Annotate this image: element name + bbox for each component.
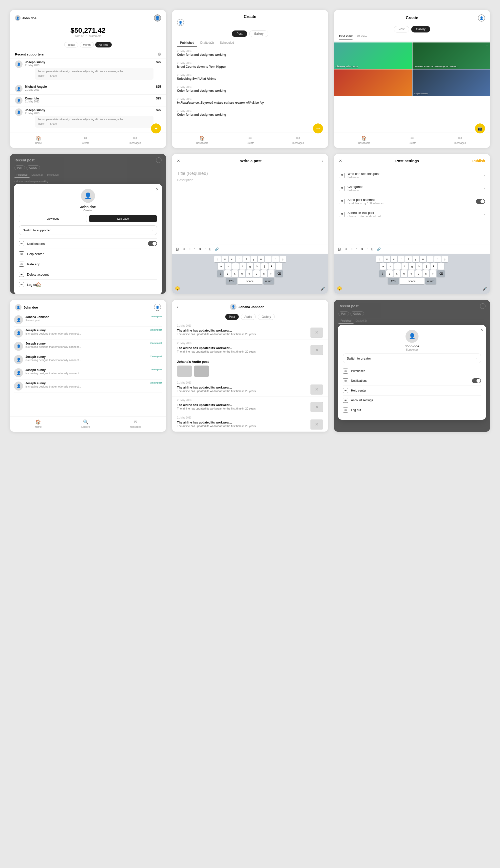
type-audio-8[interactable]: Audio (241, 314, 256, 320)
nav-messages-1[interactable]: ✉messages (129, 136, 141, 144)
profile-icon[interactable]: 👤 (154, 14, 161, 22)
key-a-6[interactable]: a (380, 263, 386, 269)
profile-icon-3[interactable]: 👤 (478, 14, 485, 22)
share-btn-1[interactable]: Share (50, 74, 57, 78)
reply-btn-4[interactable]: Reply (38, 122, 45, 126)
key-x[interactable]: x (231, 270, 238, 277)
key-d[interactable]: d (232, 263, 239, 269)
key-w-6[interactable]: w (384, 256, 390, 262)
supporter-notif-toggle[interactable] (472, 378, 481, 383)
key-w[interactable]: w (221, 256, 228, 262)
key-c-6[interactable]: c (401, 270, 407, 277)
tool-list-6[interactable]: ≡ (350, 247, 353, 252)
switch-to-supporter-btn[interactable]: Switch to supporter › (19, 225, 157, 235)
key-p-6[interactable]: p (442, 256, 448, 262)
supporter-modal-close[interactable]: × (480, 327, 483, 333)
tab-alltime[interactable]: All Time (95, 42, 112, 47)
key-123[interactable]: 123 (226, 278, 237, 284)
supporter-menu-notifications[interactable]: ✉ Notifications (343, 376, 481, 385)
nav-home-7[interactable]: 🏠Home (35, 419, 42, 428)
key-o[interactable]: o (272, 256, 279, 262)
tool-bold-5[interactable]: B (198, 247, 202, 252)
gallery-item-2[interactable]: ··· Découvrir les îles de Guadeloupe en … (412, 43, 490, 69)
key-y-6[interactable]: y (412, 256, 419, 262)
key-d-6[interactable]: d (394, 263, 401, 269)
tool-list-5[interactable]: ≡ (188, 247, 192, 252)
tool-image-5[interactable]: 🖼 (175, 247, 180, 252)
key-shift-6[interactable]: ⇧ (379, 270, 386, 277)
post-desc-field[interactable]: Description (177, 178, 323, 182)
key-i[interactable]: i (265, 256, 272, 262)
fab-camera-button[interactable]: 📷 (475, 124, 485, 134)
msg-item-4[interactable]: 👤 Joseph sunny is creating designs that … (14, 353, 162, 366)
nav-home-1[interactable]: 🏠Home (35, 136, 42, 144)
supporter-menu-logout[interactable]: ✉ Log out (343, 405, 481, 415)
supporter-menu-settings[interactable]: ✉ Account settings (343, 395, 481, 405)
feed-more-post-2[interactable]: 21 May 2023 The airline has updated its … (172, 397, 328, 414)
feed-more-post-3[interactable]: 21 May 2023 The airline has updated its … (172, 414, 328, 432)
tab-today[interactable]: Today (64, 42, 78, 47)
key-t-6[interactable]: t (405, 256, 412, 262)
key-return[interactable]: return (263, 278, 274, 284)
key-g-6[interactable]: g (409, 263, 415, 269)
feed-post-2[interactable]: 21 May 2023 The airline has updated its … (172, 340, 328, 357)
emoji-btn-6[interactable]: 😊 (337, 286, 342, 291)
fab-edit-button[interactable]: ✏ (313, 124, 323, 134)
key-f[interactable]: f (239, 263, 246, 269)
post-item-2-4[interactable]: 21 May 2023 Color for brand designers wo… (177, 83, 323, 95)
tool-image-6[interactable]: 🖼 (337, 247, 342, 252)
post-item-2-2[interactable]: 21 May 2023 Israel Counts down to Yom Ki… (177, 59, 323, 71)
tab-month[interactable]: Month (80, 42, 94, 47)
key-h-6[interactable]: h (416, 263, 422, 269)
nav-create-1[interactable]: ✏Create (82, 136, 90, 144)
post-item-2-6[interactable]: 21 May 2023 Color for brand designers wo… (177, 107, 323, 119)
key-j[interactable]: j (261, 263, 268, 269)
nav-create-3[interactable]: ✏Create (409, 136, 416, 144)
nav-home-4[interactable]: 🏠Home (35, 282, 42, 291)
msg-item-2[interactable]: 👤 Joseph sunny is creating designs that … (14, 326, 162, 340)
fab-add-button[interactable]: + (151, 124, 161, 134)
switch-to-creator-btn[interactable]: Switch to creator › (343, 354, 481, 363)
msg-item-1[interactable]: 👤 Johana Johnson Recent post 2 new post (14, 313, 162, 326)
menu-notifications[interactable]: ✉ Notifications (19, 238, 157, 248)
mic-icon[interactable]: 🎤 (321, 287, 325, 291)
key-shift[interactable]: ⇧ (217, 270, 224, 277)
write-post-close[interactable]: × (177, 158, 180, 164)
key-m-6[interactable]: m (430, 270, 436, 277)
key-q[interactable]: q (214, 256, 221, 262)
key-p[interactable]: p (280, 256, 286, 262)
menu-delete[interactable]: ✉ Delete account (19, 269, 157, 279)
key-s-6[interactable]: s (387, 263, 394, 269)
post-item-2-5[interactable]: 21 May 2023 In Renaissance, Beyoncé make… (177, 95, 323, 107)
key-x-6[interactable]: x (394, 270, 400, 277)
email-toggle[interactable] (476, 199, 485, 204)
tool-heading-5[interactable]: H (182, 247, 186, 252)
key-e[interactable]: e (229, 256, 235, 262)
key-t[interactable]: t (243, 256, 250, 262)
tool-italic-5[interactable]: I (204, 247, 206, 252)
settings-close-btn[interactable]: × (339, 158, 342, 164)
view-page-btn[interactable]: View page (19, 215, 87, 222)
key-h[interactable]: h (254, 263, 261, 269)
nav-explore-7[interactable]: 🔍Explore (81, 419, 90, 428)
type-tab-post-3[interactable]: Post (394, 26, 409, 33)
write-post-next[interactable]: › (322, 159, 323, 163)
msg-item-3[interactable]: 👤 Joseph sunny is creating designs that … (14, 340, 162, 353)
supporter-menu-purchases[interactable]: ✉ Purchases (343, 366, 481, 376)
key-r-6[interactable]: r (398, 256, 405, 262)
modal-close-btn[interactable]: × (156, 187, 159, 192)
key-l-6[interactable]: l (438, 263, 444, 269)
key-i-6[interactable]: i (427, 256, 433, 262)
key-return-6[interactable]: return (425, 278, 436, 284)
edit-page-btn[interactable]: Edit page (89, 215, 157, 222)
tool-italic-6[interactable]: I (365, 247, 368, 252)
key-v-6[interactable]: v (408, 270, 414, 277)
nav-create-4[interactable]: ✏Create (82, 282, 90, 291)
post-item-2-1[interactable]: 21 May 2023 Color for brand designers wo… (177, 47, 323, 59)
key-s[interactable]: s (225, 263, 231, 269)
type-gallery-8[interactable]: Gallery (258, 314, 275, 320)
tool-underline-6[interactable]: U (370, 247, 374, 252)
tool-heading-6[interactable]: H (344, 247, 348, 252)
post-title-field[interactable]: Title (Required) (177, 171, 323, 176)
nav-messages-7[interactable]: ✉messages (130, 419, 141, 428)
